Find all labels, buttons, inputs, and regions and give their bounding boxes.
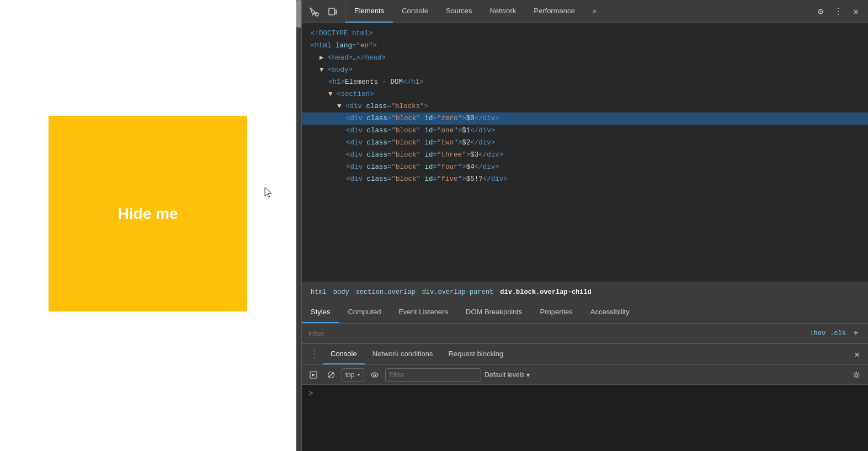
dom-line[interactable]: ▼ <body>: [302, 64, 868, 76]
more-tabs-button[interactable]: »: [584, 0, 605, 23]
left-scrollbar[interactable]: [296, 0, 301, 451]
svg-point-1: [315, 13, 318, 16]
tab-accessibility[interactable]: Accessibility: [582, 302, 638, 323]
toolbar-icon-group: [302, 0, 345, 23]
yellow-box-text: Hide me: [118, 205, 178, 223]
webpage-preview: Hide me: [0, 0, 302, 451]
console-toolbar: top ▾ Default levels ▾: [302, 365, 868, 385]
console-tab-console[interactable]: Console: [323, 344, 365, 364]
breadcrumb-html[interactable]: html: [308, 288, 329, 296]
console-prompt[interactable]: >: [308, 389, 313, 398]
dom-line[interactable]: <html lang="en">: [302, 40, 868, 52]
dom-line[interactable]: <div class="block" id="three">$3</div>: [302, 149, 868, 161]
close-console-button[interactable]: ✕: [850, 348, 864, 361]
dom-html-open: <html: [311, 42, 336, 50]
breadcrumb-div-parent[interactable]: div.overlap-parent: [420, 288, 496, 296]
hov-filter-button[interactable]: :hov: [810, 330, 826, 337]
svg-marker-0: [265, 187, 271, 197]
console-content: >: [302, 385, 868, 451]
devtools-toolbar: Elements Console Sources Network Perform…: [302, 0, 868, 23]
console-filter-input[interactable]: [389, 371, 477, 379]
svg-rect-3: [335, 10, 337, 14]
svg-point-8: [371, 373, 378, 377]
filter-bar: :hov .cls +: [302, 324, 868, 343]
more-options-icon[interactable]: ⋮: [830, 4, 846, 19]
svg-rect-2: [329, 8, 334, 15]
breadcrumb-div-child[interactable]: div.block.overlap-child: [498, 288, 594, 296]
console-tabs-bar: ⋮ Console Network conditions Request blo…: [302, 344, 868, 365]
tab-event-listeners[interactable]: Event Listeners: [390, 302, 457, 323]
tab-styles[interactable]: Styles: [302, 302, 339, 323]
dom-line[interactable]: ▼ <section>: [302, 88, 868, 100]
mouse-cursor: [264, 186, 275, 200]
devtools-panel: Elements Console Sources Network Perform…: [302, 0, 868, 451]
breadcrumb-section[interactable]: section.overlap: [354, 288, 418, 296]
dom-line-selected[interactable]: <div class="block" id="zero">$0</div>: [302, 112, 868, 125]
yellow-box: Hide me: [49, 116, 247, 312]
console-drag-handle[interactable]: ⋮: [306, 350, 323, 359]
styles-tabs-bar: Styles Computed Event Listeners DOM Brea…: [302, 302, 868, 324]
breadcrumb-body[interactable]: body: [331, 288, 352, 296]
console-tab-network-conditions[interactable]: Network conditions: [365, 344, 441, 364]
console-panel: ⋮ Console Network conditions Request blo…: [302, 343, 868, 451]
left-scrollbar-thumb[interactable]: [296, 0, 301, 28]
cls-filter-button[interactable]: .cls: [830, 330, 846, 337]
inspect-element-icon[interactable]: [306, 4, 322, 19]
dom-doctype: <!DOCTYPE html>: [311, 30, 373, 37]
device-toolbar-icon[interactable]: [325, 4, 340, 19]
tab-elements[interactable]: Elements: [345, 0, 393, 23]
close-devtools-button[interactable]: ✕: [848, 4, 864, 19]
dom-line[interactable]: <div class="block" id="two">$2</div>: [302, 137, 868, 149]
dom-line[interactable]: <div class="block" id="one">$1</div>: [302, 125, 868, 137]
tab-dom-breakpoints[interactable]: DOM Breakpoints: [457, 302, 531, 323]
dom-line[interactable]: ▼ <div class="blocks">: [302, 100, 868, 112]
default-levels-selector[interactable]: Default levels ▾: [484, 371, 530, 379]
context-selector[interactable]: top ▾: [342, 368, 364, 382]
svg-marker-5: [312, 373, 315, 377]
dom-line[interactable]: <div class="block" id="four">$4</div>: [302, 161, 868, 173]
svg-line-7: [329, 372, 334, 377]
svg-point-9: [374, 374, 376, 376]
tab-network[interactable]: Network: [481, 0, 525, 23]
console-tab-request-blocking[interactable]: Request blocking: [441, 344, 512, 364]
execute-icon[interactable]: [306, 368, 321, 382]
svg-point-10: [855, 373, 858, 376]
dom-line[interactable]: <div class="block" id="five">$5!?</div>: [302, 173, 868, 185]
dom-line[interactable]: ▶ <head>…</head>: [302, 52, 868, 64]
filter-right: :hov .cls +: [810, 328, 861, 339]
tab-properties[interactable]: Properties: [531, 302, 582, 323]
dom-panel: <!DOCTYPE html> <html lang="en"> ▶ <head…: [302, 23, 868, 282]
tab-performance[interactable]: Performance: [525, 0, 583, 23]
eye-icon[interactable]: [368, 368, 382, 382]
tab-computed[interactable]: Computed: [339, 302, 390, 323]
filter-input[interactable]: [308, 329, 810, 337]
toolbar-right-actions: ⚙ ⋮ ✕: [808, 4, 868, 19]
settings-icon[interactable]: ⚙: [813, 4, 828, 19]
block-icon[interactable]: [324, 368, 338, 382]
breadcrumb: html body section.overlap div.overlap-pa…: [302, 282, 868, 302]
dom-line[interactable]: <h1>Elements - DOM</h1>: [302, 76, 868, 88]
dom-line[interactable]: <!DOCTYPE html>: [302, 28, 868, 40]
tab-sources[interactable]: Sources: [437, 0, 481, 23]
tab-console[interactable]: Console: [393, 0, 437, 23]
devtools-tab-group: Elements Console Sources Network Perform…: [345, 0, 808, 23]
add-style-button[interactable]: +: [850, 328, 861, 339]
console-settings-icon[interactable]: [849, 368, 864, 382]
console-filter-wrap: [385, 368, 481, 382]
